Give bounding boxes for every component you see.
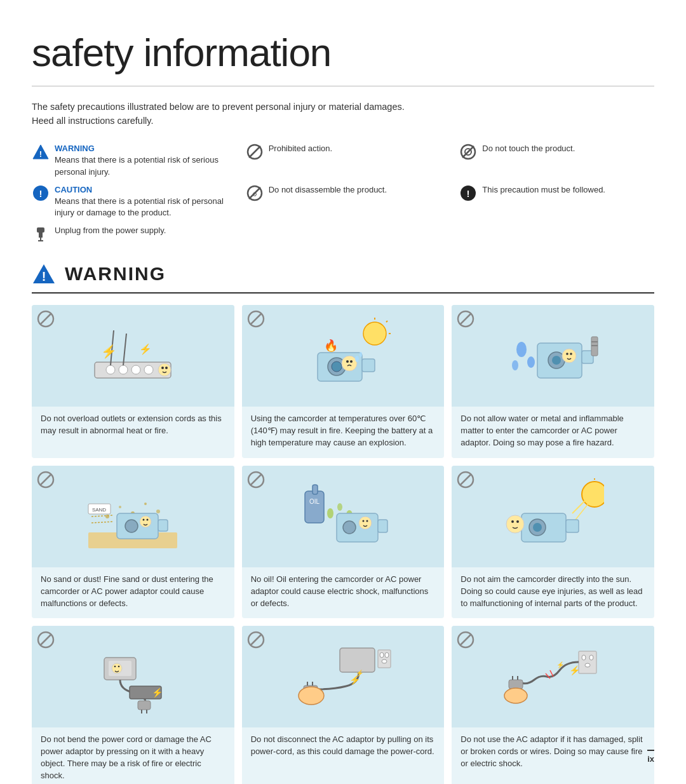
caution-description: Means that there is a potential risk of … (55, 196, 227, 219)
must-follow-description: This precaution must be followed. (482, 184, 605, 196)
card-power-cord: ⚡ Do not bend the power cord or damage t… (32, 626, 234, 784)
damaged-illustration: ⚡ ⚡ (502, 639, 604, 715)
legend-caution: ! CAUTION Means that there is a potentia… (32, 184, 227, 219)
svg-line-21 (40, 313, 51, 325)
svg-rect-41 (362, 359, 375, 372)
svg-point-60 (527, 356, 535, 368)
card-sand-dust-image: SAND (32, 466, 234, 567)
must-follow-icon: ! (459, 184, 477, 202)
svg-point-58 (570, 353, 572, 356)
svg-line-81 (91, 515, 114, 517)
svg-line-51 (460, 313, 471, 325)
overload-illustration: ⚡ ⚡ (82, 318, 184, 394)
no-touch-icon (459, 143, 477, 161)
svg-text:!: ! (42, 269, 46, 283)
card-damaged-adaptor: ⚡ ⚡ Do not use the AC adaptor if it has … (452, 626, 654, 784)
warning-triangle-icon: ! (32, 143, 50, 161)
svg-line-124 (250, 634, 262, 645)
svg-point-61 (512, 360, 518, 370)
card-power-cord-text: Do not bend the power cord or damage the… (32, 734, 234, 781)
svg-line-98 (460, 474, 471, 485)
svg-point-57 (566, 353, 568, 356)
svg-point-108 (506, 515, 524, 533)
svg-point-69 (119, 506, 121, 508)
svg-rect-14 (37, 227, 44, 233)
legend-section: ! WARNING Means that there is a potentia… (32, 143, 654, 243)
unplug-description: Unplug from the power supply. (55, 225, 166, 236)
svg-point-140 (589, 655, 593, 660)
card-disconnect-text: Do not disconnect the AC adaptor by pull… (242, 734, 445, 758)
svg-text:OIL: OIL (309, 498, 320, 505)
svg-point-133 (299, 687, 324, 705)
svg-line-35 (250, 313, 262, 325)
svg-point-109 (511, 520, 514, 523)
svg-rect-116 (138, 701, 151, 710)
card-sun-image (452, 466, 654, 567)
card-power-cord-image: ⚡ (32, 626, 234, 727)
card-damaged-adaptor-text: Do not use the AC adaptor if it has dama… (452, 734, 654, 770)
svg-rect-138 (579, 651, 596, 673)
page-number-text: ix (647, 754, 654, 764)
svg-point-93 (343, 521, 356, 534)
svg-line-137 (460, 634, 471, 645)
svg-point-76 (140, 516, 151, 527)
svg-point-75 (125, 520, 138, 532)
legend-unplug: Unplug from the power supply. (32, 225, 227, 243)
oil-illustration: OIL (292, 478, 394, 555)
prohibited-overlay-icon3 (457, 310, 474, 328)
prohibited-overlay-icon5 (247, 471, 265, 489)
card-temperature: 🔥 Using the camcorder at temperatures ov… (242, 305, 445, 458)
svg-rect-125 (340, 648, 375, 672)
page-number-container: ix (647, 750, 654, 765)
card-overload-image: ⚡ ⚡ (32, 305, 234, 407)
warning-cards-grid: ⚡ ⚡ Do not overload outlets or extension… (32, 305, 654, 784)
prohibited-icon (246, 143, 264, 161)
prohibited-overlay-icon8 (247, 631, 265, 649)
svg-point-55 (552, 356, 561, 365)
power-cord-illustration: ⚡ (82, 639, 184, 715)
svg-line-112 (40, 634, 51, 645)
svg-point-78 (147, 518, 149, 520)
caution-circle-icon: ! (32, 184, 50, 202)
svg-line-66 (40, 474, 51, 485)
prohibited-overlay-icon4 (37, 471, 55, 489)
page-number-line: ix (647, 750, 654, 765)
svg-text:⚡: ⚡ (101, 344, 117, 359)
caution-label: CAUTION (55, 184, 227, 196)
svg-point-31 (165, 367, 168, 369)
svg-text:⚡: ⚡ (556, 661, 565, 669)
svg-rect-105 (566, 520, 579, 532)
svg-point-29 (158, 363, 171, 376)
card-water-metal: Do not allow water or metal and inflamma… (452, 305, 654, 458)
prohibited-overlay-icon (37, 310, 55, 328)
card-oil-image: OIL (242, 466, 445, 567)
svg-point-45 (346, 360, 349, 363)
unplug-icon (32, 225, 50, 243)
svg-point-59 (516, 342, 527, 357)
svg-point-141 (585, 663, 590, 667)
svg-rect-86 (313, 485, 318, 494)
disconnect-illustration: ⚡ ⚡ (292, 639, 394, 715)
prohibited-overlay-icon2 (247, 310, 265, 328)
svg-point-147 (504, 688, 527, 703)
svg-point-77 (143, 518, 145, 520)
svg-point-121 (114, 666, 116, 668)
svg-line-3 (249, 146, 260, 158)
legend-prohibited: Prohibited action. (246, 143, 441, 178)
legend-must-follow: ! This precaution must be followed. (459, 184, 654, 219)
card-water-metal-text: Do not allow water or metal and inflamma… (452, 413, 654, 449)
svg-point-48 (360, 352, 362, 357)
svg-point-56 (562, 349, 576, 363)
svg-text:!: ! (39, 188, 43, 199)
svg-line-38 (386, 321, 387, 322)
card-overload: ⚡ ⚡ Do not overload outlets or extension… (32, 305, 234, 458)
no-touch-description: Do not touch the product. (482, 143, 575, 154)
svg-point-24 (119, 365, 128, 374)
prohibited-overlay-icon6 (457, 471, 474, 489)
card-oil: OIL No oil! Oil entering the camcorder o… (242, 466, 445, 619)
card-damaged-adaptor-image: ⚡ ⚡ (452, 626, 654, 727)
svg-point-131 (385, 652, 389, 658)
card-disconnect-image: ⚡ ⚡ (242, 626, 445, 727)
svg-rect-62 (591, 337, 598, 356)
svg-point-99 (582, 482, 604, 507)
